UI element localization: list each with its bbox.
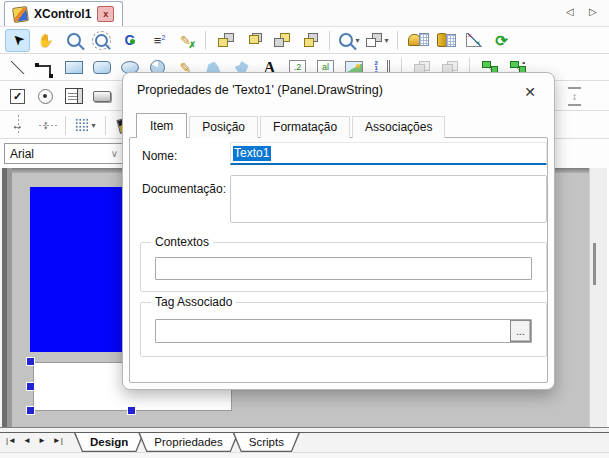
dialog-tab-item[interactable]: Item <box>136 113 187 138</box>
send-to-back-icon <box>302 33 318 47</box>
selection-handle-top-left[interactable] <box>26 357 35 366</box>
dialog-tab-formatacao[interactable]: Formatação <box>260 116 350 138</box>
radio-control-button[interactable] <box>33 85 58 108</box>
name-field-label: Nome: <box>142 149 177 163</box>
clear-drawing-button[interactable]: ✎ <box>173 29 198 52</box>
name-input-selected-text: Texto1 <box>233 146 271 161</box>
rectangle-tool-button[interactable] <box>61 56 86 79</box>
document-tab-bar: XControl1 x <box>0 0 609 27</box>
tab-scroll-right-icon[interactable]: ▷ <box>589 6 597 17</box>
canvas-scrollbar-thumb[interactable] <box>593 243 596 285</box>
chart-object-icon <box>466 33 482 47</box>
bottom-sheet-bar: |◄◄►►| DesignPropriedadesScripts <box>0 428 609 452</box>
chart-object-button[interactable] <box>461 29 486 52</box>
toolbar-separator <box>65 116 66 135</box>
refresh-object-icon: ⟳ <box>495 33 508 48</box>
z-order-list-button[interactable]: ≡ <box>145 29 170 52</box>
bring-forward-button[interactable] <box>241 29 266 52</box>
equal-horizontal-spacing-button[interactable]: ↔ <box>5 114 30 137</box>
radio-control-icon <box>38 89 53 104</box>
dialog-tab-posicao[interactable]: Posição <box>189 116 258 138</box>
xcontrol-document-icon <box>12 6 29 23</box>
grid-settings-button[interactable]: ▾ <box>73 114 98 137</box>
send-backward-button[interactable] <box>269 29 294 52</box>
dialog-tab-strip: ItemPosiçãoFormataçãoAssociações <box>136 113 447 138</box>
dropdown-arrow-icon: ▾ <box>355 36 359 45</box>
toolbar-row-3-right: ↕ <box>562 85 587 108</box>
equal-vertical-spacing-button[interactable]: ↕ <box>33 114 58 137</box>
sheet-tab-label: Scripts <box>233 433 300 452</box>
line-tool-icon <box>10 61 25 74</box>
rounded-rectangle-tool-icon <box>93 61 111 74</box>
dialog-close-icon[interactable]: ✕ <box>518 80 542 104</box>
next-page-button[interactable]: ► <box>38 436 46 445</box>
sheet-tab-propriedades[interactable]: Propriedades <box>138 433 238 452</box>
listbox-control-button[interactable] <box>61 85 86 108</box>
zoom-region-tool-icon <box>95 34 108 47</box>
associated-tag-groupbox-label: Tag Associado <box>151 295 236 309</box>
selection-handle-bottom-left[interactable] <box>26 406 35 415</box>
status-strip <box>0 452 609 458</box>
first-page-button[interactable]: |◄ <box>6 436 16 445</box>
recipe-object-button[interactable] <box>433 29 458 52</box>
recipe-object-icon <box>437 33 447 47</box>
arrange-menu-button[interactable]: ▾ <box>365 29 390 52</box>
checkbox-control-button[interactable]: ✓ <box>5 85 30 108</box>
document-tab-close-icon[interactable]: x <box>97 6 114 22</box>
rounded-rectangle-tool-button[interactable] <box>89 56 114 79</box>
toolbar-separator <box>397 31 398 50</box>
rotate-tool-icon: C <box>124 33 134 47</box>
button-control-button[interactable] <box>89 85 114 108</box>
toolbar-row-1: ➤✋C≡✎▾▾⟳ <box>0 27 609 54</box>
pan-tool-button[interactable]: ✋ <box>33 29 58 52</box>
canvas-scrollbar-track[interactable] <box>589 168 607 427</box>
zoom-menu-button[interactable]: ▾ <box>337 29 362 52</box>
refresh-object-button[interactable]: ⟳ <box>489 29 514 52</box>
tag-browse-button[interactable]: ... <box>510 320 531 342</box>
documentation-field-label: Documentação: <box>142 182 226 196</box>
clear-drawing-icon: ✎ <box>180 34 191 47</box>
documentation-input[interactable] <box>230 175 547 223</box>
zoom-tool-button[interactable] <box>61 29 86 52</box>
rotate-tool-button[interactable]: C <box>117 29 142 52</box>
dialog-tab-page-item: Nome: Texto1 Documentação: Contextos Tag… <box>129 137 548 383</box>
toolbar-separator <box>105 116 106 135</box>
sheet-tab-scripts[interactable]: Scripts <box>233 433 300 452</box>
line-tool-button[interactable] <box>5 56 30 79</box>
dialog-title: Propriedades de 'Texto1' (Panel.DrawStri… <box>137 83 383 97</box>
selection-handle-middle-left[interactable] <box>26 382 35 391</box>
alarm-object-button[interactable] <box>405 29 430 52</box>
vertical-align-button[interactable]: ↕ <box>562 85 587 108</box>
bring-to-front-button[interactable] <box>213 29 238 52</box>
chevron-down-icon: ∨ <box>111 148 118 159</box>
zoom-region-tool-button[interactable] <box>89 29 114 52</box>
selection-handle-bottom-center[interactable] <box>127 406 136 415</box>
contexts-input[interactable] <box>155 257 532 280</box>
vertical-align-icon: ↕ <box>568 87 581 106</box>
properties-dialog: Propriedades de 'Texto1' (Panel.DrawStri… <box>122 72 555 390</box>
last-page-button[interactable]: ►| <box>53 436 63 445</box>
z-order-list-icon: ≡ <box>154 34 162 47</box>
zoom-tool-icon <box>67 33 81 47</box>
contexts-groupbox: Contextos <box>140 242 547 292</box>
document-tab-xcontrol1[interactable]: XControl1 x <box>4 1 123 26</box>
sheet-tab-design[interactable]: Design <box>74 433 144 452</box>
polyline-tool-button[interactable] <box>33 56 58 79</box>
send-to-back-button[interactable] <box>297 29 322 52</box>
sheet-tab-label: Propriedades <box>138 433 238 452</box>
alarm-object-icon <box>408 34 421 46</box>
arrange-menu-icon <box>366 33 382 47</box>
zoom-menu-icon <box>339 33 353 47</box>
equal-vertical-spacing-icon: ↕ <box>43 119 49 131</box>
contexts-groupbox-label: Contextos <box>151 235 213 249</box>
name-input[interactable]: Texto1 <box>230 142 547 165</box>
rectangle-tool-icon <box>65 61 83 74</box>
previous-page-button[interactable]: ◄ <box>23 436 31 445</box>
tab-scroll-left-icon[interactable]: ◁ <box>566 6 574 17</box>
select-tool-button[interactable]: ➤ <box>5 29 30 52</box>
checkbox-control-icon: ✓ <box>10 89 25 104</box>
associated-tag-input[interactable] <box>155 319 532 343</box>
sheet-tab-label: Design <box>74 433 144 452</box>
font-family-select[interactable]: Arial ∨ <box>4 143 124 164</box>
dialog-tab-associacoes[interactable]: Associações <box>352 116 445 138</box>
